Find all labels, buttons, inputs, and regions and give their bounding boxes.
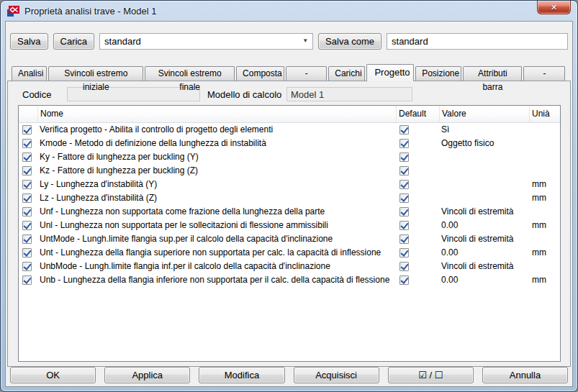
app-icon	[7, 5, 20, 17]
param-value[interactable]: Vincoli di estremità	[439, 260, 529, 273]
parameters-table: Nome Default Valore Unià Verifica proget…	[18, 105, 561, 362]
table-row[interactable]: Kmode - Metodo di definizione della lung…	[19, 137, 560, 150]
tab-dash[interactable]: -	[286, 66, 328, 81]
row-enabled-checkbox[interactable]	[22, 221, 32, 230]
param-value[interactable]: Sì	[439, 123, 529, 137]
default-checkbox[interactable]	[399, 139, 409, 148]
table-row[interactable]: UnbMode - Lungh.limite flangia inf.per i…	[19, 260, 560, 273]
param-name: Lz - Lunghezza d'instabilità (Z)	[37, 191, 396, 205]
default-checkbox[interactable]	[399, 166, 409, 176]
row-default-cell	[396, 262, 439, 271]
param-name: Verifica progetto - Abilita il controllo…	[37, 123, 396, 137]
default-checkbox[interactable]	[399, 221, 409, 230]
row-enabled-checkbox[interactable]	[22, 125, 32, 135]
tab-attributi-barra[interactable]: Attributi barra	[463, 66, 522, 81]
row-enabled-checkbox[interactable]	[22, 234, 32, 244]
table-row[interactable]: Unt - Lunghezza della flangia superiore …	[19, 246, 560, 260]
row-enabled-checkbox[interactable]	[22, 207, 32, 216]
header-valore: Valore	[439, 106, 529, 122]
row-enabled-checkbox[interactable]	[22, 275, 32, 285]
table-row[interactable]: UntMode - Lungh.limite flangia sup.per i…	[19, 232, 560, 246]
row-checkbox-cell	[19, 234, 37, 244]
row-default-cell	[396, 125, 439, 135]
row-enabled-checkbox[interactable]	[22, 248, 32, 257]
row-checkbox-cell	[19, 125, 37, 135]
tab-posizione[interactable]: Posizione	[415, 66, 461, 81]
header-unita: Unià	[529, 106, 560, 122]
default-checkbox[interactable]	[399, 180, 409, 189]
salva-button[interactable]: Salva	[10, 33, 48, 50]
param-name: Ky - Fattore di lunghezza per buckling (…	[37, 150, 396, 164]
close-button[interactable]: ✕	[537, 1, 571, 14]
param-value[interactable]: 0.00	[439, 273, 529, 287]
default-checkbox[interactable]	[399, 207, 409, 216]
annulla-button[interactable]: Annulla	[482, 367, 568, 383]
row-enabled-checkbox[interactable]	[22, 193, 32, 203]
tab-progetto[interactable]: Progetto	[366, 64, 414, 81]
tab-carichi[interactable]: Carichi	[328, 66, 365, 81]
table-row[interactable]: Unb - Lunghezza della flangia inferiore …	[19, 273, 560, 287]
tab-dash[interactable]: -	[523, 66, 565, 81]
tab-composta[interactable]: Composta	[236, 66, 284, 81]
carica-button[interactable]: Carica	[53, 33, 95, 50]
title-bar[interactable]: Proprietà analisi trave - Model 1 ✕	[1, 1, 577, 21]
row-default-cell	[396, 180, 439, 189]
param-value[interactable]: Vincoli di estremità	[439, 205, 529, 219]
table-row[interactable]: Lz - Lunghezza d'instabilità (Z) mm	[19, 191, 560, 205]
row-default-cell	[396, 166, 439, 176]
table-row[interactable]: Kz - Fattore di lunghezza per buckling (…	[19, 164, 560, 178]
salva-come-button[interactable]: Salva come	[318, 33, 381, 50]
default-checkbox[interactable]	[399, 275, 409, 285]
param-value[interactable]: Oggetto fisico	[439, 137, 529, 150]
table-row[interactable]: Unf - Lunghezza non supportata come fraz…	[19, 205, 560, 219]
default-checkbox[interactable]	[399, 152, 409, 162]
table-row[interactable]: Ly - Lunghezza d'instabilità (Y) mm	[19, 178, 560, 191]
default-checkbox[interactable]	[399, 262, 409, 271]
tab-svincoli-estremo-finale[interactable]: Svincoli estremo finale	[145, 66, 235, 81]
param-value[interactable]: 0.00	[439, 219, 529, 232]
ok-button[interactable]: OK	[10, 367, 96, 383]
acquisisci-button[interactable]: Acquisisci	[294, 367, 379, 383]
profile-select-value: standard	[104, 36, 141, 47]
param-value[interactable]: Vincoli di estremità	[439, 232, 529, 246]
table-header: Nome Default Valore Unià	[19, 106, 560, 123]
param-unit: mm	[529, 273, 560, 287]
window-title: Proprietà analisi trave - Model 1	[24, 6, 157, 17]
header-checkbox-col	[19, 106, 37, 122]
row-checkbox-cell	[19, 139, 37, 148]
profile-toolbar: Salva Carica standard ▼ Salva come	[10, 33, 568, 50]
param-name: UnbMode - Lungh.limite flangia inf.per i…	[37, 260, 396, 273]
row-enabled-checkbox[interactable]	[22, 139, 32, 148]
toggle-checkboxes-button[interactable]: ☑ / ☐	[388, 367, 474, 383]
param-unit: mm	[529, 191, 560, 205]
default-checkbox[interactable]	[399, 193, 409, 203]
row-enabled-checkbox[interactable]	[22, 180, 32, 189]
default-checkbox[interactable]	[399, 125, 409, 135]
table-row[interactable]: Verifica progetto - Abilita il controllo…	[19, 123, 560, 137]
param-name: Kmode - Metodo di definizione della lung…	[37, 137, 396, 150]
table-row[interactable]: Unl - Lunghezza non supportata per le so…	[19, 219, 560, 232]
modifica-button[interactable]: Modifica	[199, 367, 284, 383]
dialog-window: Proprietà analisi trave - Model 1 ✕ Salv…	[0, 0, 578, 392]
row-checkbox-cell	[19, 166, 37, 176]
modello-di-calcolo-input	[286, 87, 412, 101]
param-name: UntMode - Lungh.limite flangia sup.per i…	[37, 232, 396, 246]
row-enabled-checkbox[interactable]	[22, 166, 32, 176]
modello-di-calcolo-label: Modello di calcolo	[207, 89, 281, 100]
row-enabled-checkbox[interactable]	[22, 152, 32, 162]
param-value[interactable]: 0.00	[439, 246, 529, 260]
param-unit: mm	[529, 219, 560, 232]
table-row[interactable]: Ky - Fattore di lunghezza per buckling (…	[19, 150, 560, 164]
default-checkbox[interactable]	[399, 234, 409, 244]
tab-analisi[interactable]: Analisi	[12, 66, 47, 81]
save-as-input[interactable]	[387, 33, 568, 50]
default-checkbox[interactable]	[399, 248, 409, 257]
applica-button[interactable]: Applica	[104, 367, 190, 383]
param-name: Ly - Lunghezza d'instabilità (Y)	[37, 178, 396, 191]
tab-svincoli-estremo-iniziale[interactable]: Svincoli estremo iniziale	[48, 66, 143, 81]
param-name: Unf - Lunghezza non supportata come fraz…	[37, 205, 396, 219]
param-rows: Verifica progetto - Abilita il controllo…	[19, 123, 560, 287]
param-name: Unt - Lunghezza della flangia superiore …	[37, 246, 396, 260]
profile-select[interactable]: standard ▼	[99, 33, 313, 50]
row-enabled-checkbox[interactable]	[22, 262, 32, 271]
